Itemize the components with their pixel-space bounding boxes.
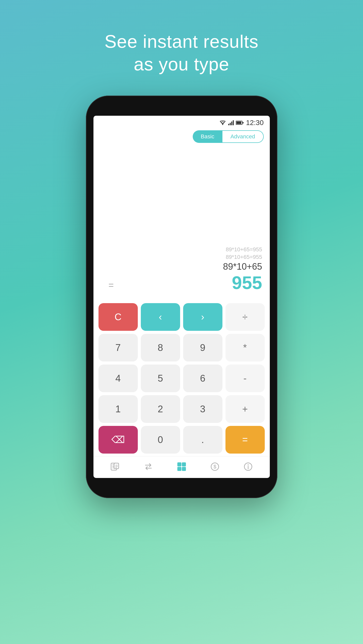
- key-equals[interactable]: =: [225, 426, 265, 454]
- svg-rect-6: [236, 122, 241, 124]
- svg-rect-16: [177, 462, 181, 466]
- key-two[interactable]: 2: [141, 395, 180, 423]
- svg-point-23: [248, 464, 249, 465]
- key-clear[interactable]: C: [98, 303, 138, 331]
- svg-text:$: $: [213, 464, 216, 469]
- result-line: 955: [232, 272, 262, 293]
- mode-toggle: Basic Advanced: [93, 128, 270, 147]
- phone-top-bar: [93, 103, 270, 116]
- svg-rect-19: [182, 467, 186, 471]
- key-eight[interactable]: 8: [141, 334, 180, 361]
- status-icons: 12:30: [219, 119, 263, 127]
- status-time: 12:30: [246, 119, 263, 127]
- history-line-1: 89*10+65=955: [226, 246, 262, 253]
- key-row: 789*: [98, 334, 265, 361]
- key-six[interactable]: 6: [183, 365, 222, 392]
- key-cursor-right[interactable]: ›: [183, 303, 222, 331]
- nav-history-icon[interactable]: [109, 460, 121, 473]
- expression-line: 89*10+65: [223, 261, 262, 272]
- phone-screen: 12:30 Basic Advanced = 89*10+65=955 89*1…: [93, 116, 270, 478]
- key-five[interactable]: 5: [141, 365, 180, 392]
- key-zero[interactable]: 0: [141, 426, 180, 454]
- key-cursor-left[interactable]: ‹: [141, 303, 180, 331]
- battery-icon: [236, 120, 244, 125]
- svg-rect-4: [233, 120, 234, 125]
- key-four[interactable]: 4: [98, 365, 138, 392]
- key-one[interactable]: 1: [98, 395, 138, 423]
- phone-frame: 12:30 Basic Advanced = 89*10+65=955 89*1…: [86, 96, 277, 498]
- display-with-equals: = 89*10+65=955 89*10+65=955 89*10+65 955: [101, 246, 262, 296]
- wifi-icon: [219, 120, 226, 125]
- key-multiply[interactable]: *: [225, 334, 265, 361]
- headline-line2: as you type: [105, 53, 258, 75]
- history-line-2: 89*10+65=955: [226, 254, 262, 260]
- phone-bottom-bar: [93, 478, 270, 491]
- nav-convert-icon[interactable]: [142, 460, 155, 473]
- nav-currency-icon[interactable]: $: [209, 460, 221, 473]
- advanced-mode-button[interactable]: Advanced: [222, 130, 264, 143]
- equals-symbol: =: [109, 280, 114, 291]
- svg-rect-18: [177, 467, 181, 471]
- key-backspace[interactable]: ⌫: [98, 426, 138, 454]
- headline: See instant results as you type: [105, 30, 258, 75]
- basic-mode-button[interactable]: Basic: [193, 130, 222, 143]
- signal-icon: [228, 120, 234, 125]
- key-seven[interactable]: 7: [98, 334, 138, 361]
- bottom-nav: $: [93, 456, 270, 478]
- key-row: C‹›÷: [98, 303, 265, 331]
- key-decimal[interactable]: .: [183, 426, 222, 454]
- key-row: 456-: [98, 365, 265, 392]
- nav-calculator-icon[interactable]: [175, 460, 188, 473]
- svg-rect-17: [182, 462, 186, 466]
- svg-rect-7: [243, 122, 244, 124]
- key-divide[interactable]: ÷: [225, 303, 265, 331]
- svg-rect-1: [228, 124, 229, 125]
- svg-rect-2: [230, 123, 231, 125]
- headline-line1: See instant results: [105, 30, 258, 53]
- svg-rect-3: [231, 122, 232, 125]
- status-bar: 12:30: [93, 116, 270, 128]
- key-row: ⌫0.=: [98, 426, 265, 454]
- svg-point-0: [222, 124, 223, 125]
- key-row: 123+: [98, 395, 265, 423]
- nav-info-icon[interactable]: [242, 460, 254, 473]
- key-subtract[interactable]: -: [225, 365, 265, 392]
- keypad: C‹›÷789*456-123+⌫0.=: [93, 301, 270, 456]
- key-nine[interactable]: 9: [183, 334, 222, 361]
- key-three[interactable]: 3: [183, 395, 222, 423]
- key-add[interactable]: +: [225, 395, 265, 423]
- display-area: = 89*10+65=955 89*10+65=955 89*10+65 955: [93, 147, 270, 301]
